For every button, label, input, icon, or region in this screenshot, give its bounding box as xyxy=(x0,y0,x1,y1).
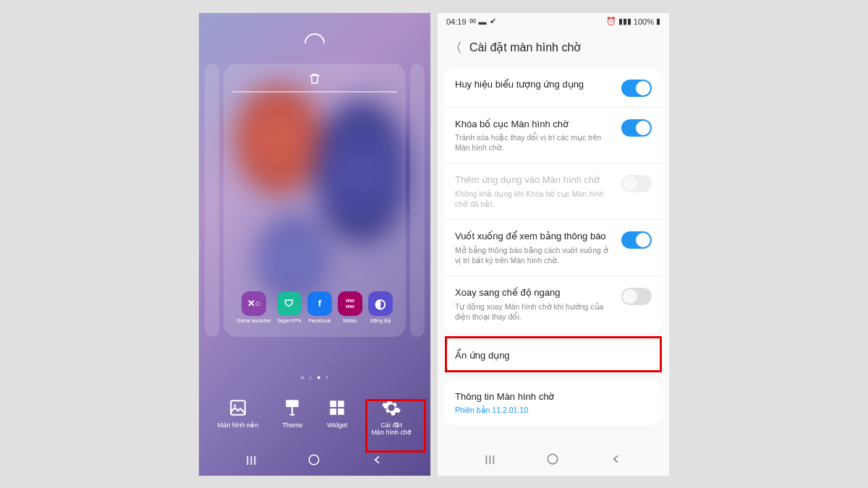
alarm-icon: ⏰ xyxy=(606,17,616,26)
home-button[interactable] xyxy=(307,453,320,469)
page-title: Cài đặt màn hình chờ xyxy=(469,40,581,54)
home-indicator[interactable] xyxy=(199,13,430,64)
row-rotate[interactable]: Xoay sang chế độ ngang Tự động xoay Màn … xyxy=(443,276,663,332)
chat-icon: ▬ xyxy=(479,17,487,26)
settings-card-info: Thông tin Màn hình chờ Phiên bản 11.2.01… xyxy=(443,380,663,426)
phone-left-homescreen-editor: ✕○ Game launcher 🛡 SuperVPN f Facebook xyxy=(199,13,430,476)
row-title: Huy hiệu biểu tượng ứng dụng xyxy=(455,78,613,91)
settings-header: 〈 Cài đặt màn hình chờ xyxy=(438,30,669,68)
row-title: Vuốt xuống để xem bảng thông báo xyxy=(455,230,613,243)
app-row: ✕○ Game launcher 🛡 SuperVPN f Facebook xyxy=(232,291,397,324)
theme-icon xyxy=(281,397,303,419)
phone-right-settings: 04:19 ✉ ▬ ✔ ⏰ ▮▮▮ 100% ▮ 〈 Cài đặt màn h… xyxy=(438,13,669,476)
page-card-current[interactable]: ✕○ Game launcher 🛡 SuperVPN f Facebook xyxy=(224,64,406,337)
widget-label: Widget xyxy=(327,422,347,429)
widget-icon xyxy=(326,397,348,419)
home-arc-icon xyxy=(305,33,325,43)
game-icon: ✕○ xyxy=(242,291,266,316)
svg-point-7 xyxy=(548,454,558,464)
battery-text: 100% xyxy=(634,17,654,26)
status-time: 04:19 xyxy=(446,17,467,26)
svg-rect-2 xyxy=(331,401,337,407)
delete-page-button[interactable] xyxy=(232,72,397,85)
row-subtitle: Không khả dụng khi Khóa bố cục Màn hình … xyxy=(455,189,613,209)
row-title: Thêm ứng dụng vào Màn hình chờ xyxy=(455,174,613,187)
home-button[interactable] xyxy=(546,453,559,468)
app-momo[interactable]: momo MoMo xyxy=(338,291,362,324)
svg-rect-4 xyxy=(331,408,337,415)
dot-home[interactable]: ⌂ xyxy=(309,374,312,381)
dot-add[interactable]: + xyxy=(325,374,328,381)
app-dongbo[interactable]: ◐ Đồng Bộ xyxy=(368,291,393,324)
settings-card-hide-apps: Ẩn ứng dụng xyxy=(443,339,663,373)
battery-icon: ▮ xyxy=(656,17,660,26)
row-add-apps: Thêm ứng dụng vào Màn hình chờ Không khả… xyxy=(443,163,663,220)
settings-scroll[interactable]: Huy hiệu biểu tượng ứng dụng Khóa bố cục… xyxy=(438,68,669,476)
row-subtitle: Tránh xóa hoặc thay đổi vị trí các mục t… xyxy=(455,132,613,153)
wallpaper-icon xyxy=(227,397,249,419)
momo-icon: momo xyxy=(338,291,362,316)
row-about[interactable]: Thông tin Màn hình chờ Phiên bản 11.2.01… xyxy=(443,380,663,426)
app-supervpn[interactable]: 🛡 SuperVPN xyxy=(277,291,302,324)
dot-feed[interactable]: ≡ xyxy=(300,374,304,381)
toggle-add-apps xyxy=(621,175,652,192)
wallpaper-button[interactable]: Màn hình nền xyxy=(218,397,258,437)
theme-label: Theme xyxy=(282,422,302,429)
page-card-next[interactable] xyxy=(410,64,425,337)
svg-point-6 xyxy=(310,455,320,465)
trash-icon xyxy=(308,72,321,85)
shield-icon: 🛡 xyxy=(277,291,302,316)
status-bar: 04:19 ✉ ▬ ✔ ⏰ ▮▮▮ 100% ▮ xyxy=(438,13,669,30)
row-subtitle: Mở bảng thông báo bằng cách vuốt xuống ở… xyxy=(455,245,613,265)
signal-icon: ▮▮▮ xyxy=(618,17,631,26)
back-chevron-icon[interactable]: 〈 xyxy=(449,39,462,56)
settings-card-main: Huy hiệu biểu tượng ứng dụng Khóa bố cục… xyxy=(443,68,663,333)
app-game-launcher[interactable]: ✕○ Game launcher xyxy=(237,291,271,324)
svg-rect-5 xyxy=(338,408,344,415)
svg-rect-3 xyxy=(338,401,344,407)
row-title: Xoay sang chế độ ngang xyxy=(455,286,613,299)
row-title: Khóa bố cục Màn hình chờ xyxy=(455,118,613,131)
page-indicator: ≡ ⌂ ● + xyxy=(199,367,430,391)
mail-icon: ✉ xyxy=(469,17,476,26)
svg-rect-0 xyxy=(231,401,245,415)
sync-icon: ◐ xyxy=(368,291,393,316)
facebook-icon: f xyxy=(307,291,332,316)
row-subtitle: Phiên bản 11.2.01.10 xyxy=(455,405,652,415)
toggle-app-badges[interactable] xyxy=(621,80,652,97)
tutorial-screenshots: ✕○ Game launcher 🛡 SuperVPN f Facebook xyxy=(195,13,673,476)
dot-current[interactable]: ● xyxy=(317,374,320,381)
recents-button[interactable]: ⵏⵏⵏ xyxy=(246,454,257,468)
page-content: ✕○ Game launcher 🛡 SuperVPN f Facebook xyxy=(232,98,397,328)
row-app-badges[interactable]: Huy hiệu biểu tượng ứng dụng xyxy=(443,68,663,108)
theme-button[interactable]: Theme xyxy=(281,397,303,437)
row-swipe-notif[interactable]: Vuốt xuống để xem bảng thông báo Mở bảng… xyxy=(443,220,663,276)
annotation-highlight-hide-apps xyxy=(445,336,662,372)
recents-button[interactable]: ⵏⵏⵏ xyxy=(485,453,495,467)
widget-button[interactable]: Widget xyxy=(326,397,348,437)
page-preview-row: ✕○ Game launcher 🛡 SuperVPN f Facebook xyxy=(199,64,430,367)
row-subtitle: Tự động xoay Màn hình chờ khi hướng của … xyxy=(455,301,613,322)
toggle-lock-layout[interactable] xyxy=(621,119,652,137)
row-lock-layout[interactable]: Khóa bố cục Màn hình chờ Tránh xóa hoặc … xyxy=(443,108,663,164)
back-button[interactable] xyxy=(372,454,383,468)
app-facebook[interactable]: f Facebook xyxy=(307,291,332,324)
svg-point-1 xyxy=(234,404,236,406)
row-title: Thông tin Màn hình chờ xyxy=(455,390,652,403)
toggle-swipe-notif[interactable] xyxy=(621,231,652,249)
wallpaper-label: Màn hình nền xyxy=(218,422,258,429)
check-icon: ✔ xyxy=(490,17,496,26)
back-button[interactable] xyxy=(610,453,622,468)
annotation-highlight-settings xyxy=(365,399,426,453)
page-card-prev[interactable] xyxy=(205,64,219,337)
toggle-rotate[interactable] xyxy=(621,288,652,305)
system-navbar: ⵏⵏⵏ xyxy=(438,445,669,476)
